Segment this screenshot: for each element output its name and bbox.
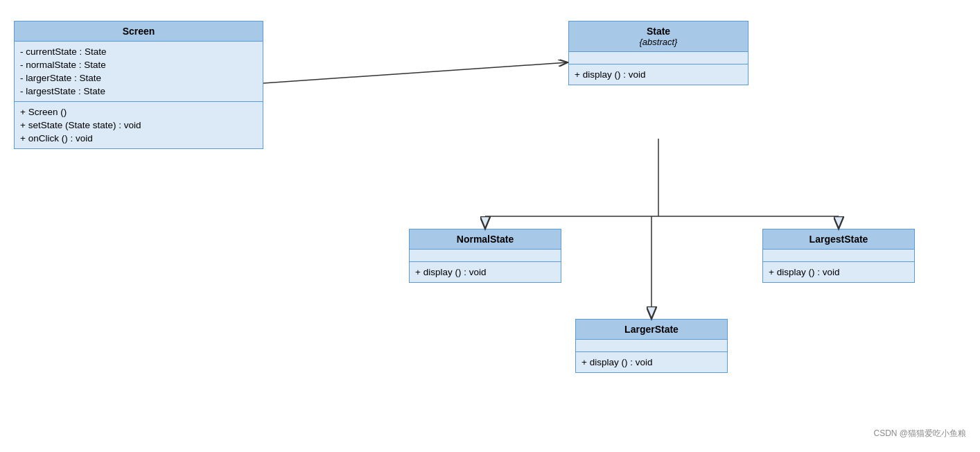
screen-to-state-arrow — [263, 62, 568, 83]
larger-state-class-name: LargerState — [624, 324, 679, 335]
state-abstract-label: {abstract} — [576, 37, 741, 47]
state-method-1: + display () : void — [575, 68, 742, 81]
screen-attr-4: - largestState : State — [20, 85, 257, 98]
larger-state-attributes-section — [576, 340, 727, 352]
largest-state-attributes-section — [763, 250, 914, 262]
uml-diagram: Screen - currentState : State - normalSt… — [0, 0, 980, 452]
screen-attr-2: - normalState : State — [20, 58, 257, 71]
state-attributes-section — [569, 52, 748, 64]
screen-class-name: Screen — [123, 26, 155, 37]
normal-state-class: NormalState + display () : void — [409, 229, 561, 283]
normal-state-class-name: NormalState — [457, 234, 514, 245]
largest-state-method-1: + display () : void — [769, 266, 909, 279]
normal-state-methods-section: + display () : void — [410, 262, 561, 282]
screen-attributes-section: - currentState : State - normalState : S… — [15, 42, 263, 102]
largest-state-methods-section: + display () : void — [763, 262, 914, 282]
screen-methods-section: + Screen () + setState (State state) : v… — [15, 102, 263, 148]
state-class: State {abstract} + display () : void — [568, 21, 749, 85]
screen-class-header: Screen — [15, 21, 263, 42]
screen-class: Screen - currentState : State - normalSt… — [14, 21, 263, 149]
watermark: CSDN @猫猫爱吃小鱼粮 — [873, 428, 966, 440]
normal-state-class-header: NormalState — [410, 229, 561, 250]
larger-state-method-1: + display () : void — [581, 356, 721, 369]
largest-state-class-name: LargestState — [810, 234, 868, 245]
normal-state-attributes-section — [410, 250, 561, 262]
largest-state-class-header: LargestState — [763, 229, 914, 250]
screen-method-1: + Screen () — [20, 105, 257, 119]
screen-method-2: + setState (State state) : void — [20, 119, 257, 132]
state-class-name: State — [647, 26, 670, 37]
state-methods-section: + display () : void — [569, 64, 748, 85]
screen-method-3: + onClick () : void — [20, 132, 257, 145]
screen-attr-1: - currentState : State — [20, 45, 257, 58]
state-class-header: State {abstract} — [569, 21, 748, 52]
larger-state-methods-section: + display () : void — [576, 352, 727, 372]
larger-state-class-header: LargerState — [576, 320, 727, 340]
normal-state-method-1: + display () : void — [415, 266, 555, 279]
screen-attr-3: - largerState : State — [20, 71, 257, 85]
largest-state-class: LargestState + display () : void — [762, 229, 915, 283]
larger-state-class: LargerState + display () : void — [575, 319, 728, 373]
